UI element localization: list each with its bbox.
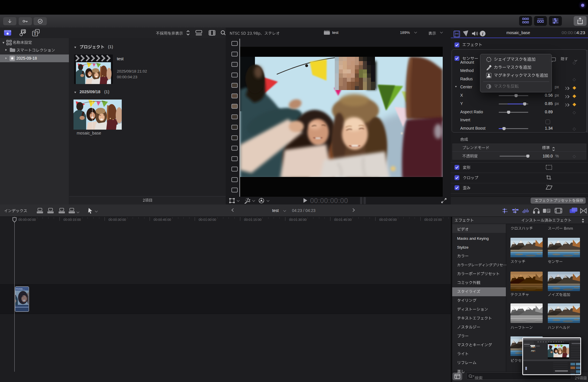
svg-text:T: T xyxy=(34,32,36,36)
